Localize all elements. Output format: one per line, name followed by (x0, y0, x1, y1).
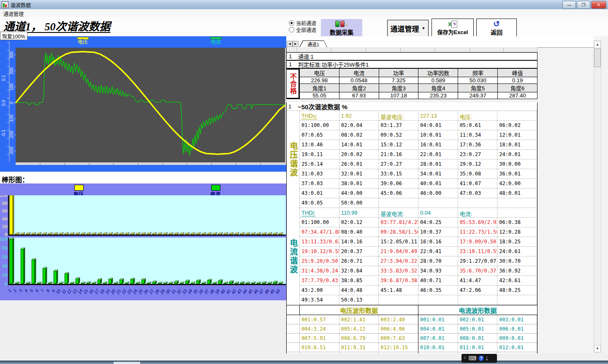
harmonic-cell: 14:0.16 (339, 237, 379, 247)
bar (81, 234, 84, 235)
harmonic-cell: 41:4.47 (458, 276, 498, 286)
harmonic-header-cell (497, 111, 537, 121)
grid-column-header (331, 47, 366, 52)
bar (163, 283, 166, 284)
tab-channel-1[interactable]: 通道1 (299, 40, 327, 47)
bar-axis-floor (8, 235, 286, 236)
harmonic-cell: 03:77.81/4.25 (379, 218, 418, 227)
ime-toolbar[interactable]: ⠿ ⌨ ? ▪▾ (461, 354, 497, 363)
bar (109, 234, 111, 235)
voltage-harmonics-block: 电压谐波 THDu:1.92基波电压:227.13电压:01:100.0002:… (287, 111, 537, 208)
bar (125, 283, 128, 284)
help-icon[interactable]: ? (478, 356, 484, 361)
bar (213, 283, 216, 284)
measurement-header-cell: 功率 (379, 69, 418, 77)
bar (279, 234, 282, 235)
chevron-down-icon: ▼ (422, 26, 426, 30)
bar (152, 282, 155, 284)
scroll-up-icon: ▲ (596, 43, 599, 46)
harmonic-cell: 46:0.35 (418, 286, 458, 295)
harmonic-cell: 41:0.07 (458, 179, 498, 189)
bar (26, 234, 29, 235)
harmonic-cell: 13:11.33/0.62 (300, 237, 339, 247)
grid-column-header (504, 47, 537, 52)
app-icon-green-bar (3, 3, 5, 7)
teal-harmonic-row: 49:3.5450:0.13 (300, 295, 537, 305)
bar (43, 234, 46, 235)
bar (240, 234, 243, 235)
channel-manage-button[interactable]: 通道管理 ▼ (387, 20, 429, 37)
minimize-button[interactable]: — (562, 1, 576, 9)
harmonic-cell: 30:0.00 (497, 159, 537, 169)
close-button[interactable]: ✕ (591, 1, 606, 9)
tab-next-button[interactable]: ▶ (293, 41, 299, 47)
grid-column-header (401, 47, 435, 52)
info-row-criteria: 1 判定标准:功率小于25W条件1 (286, 60, 537, 68)
harmonic-cell: 32:0.01 (339, 169, 379, 179)
bar (158, 234, 161, 235)
teal-harmonic-row: 13:11.33/0.6214:0.1615:2.05/0.1116:0.161… (300, 237, 537, 247)
measurement-header-row-2: 角度1角度2角度3角度4角度5角度6 (299, 84, 537, 92)
y-axis-label-voltage: -300 (9, 147, 14, 155)
waveform-table-corner (287, 305, 300, 315)
y-axis-label-current: 0.0 (1, 100, 6, 106)
harmonic-header-cell: 227.13 (418, 111, 458, 121)
harmonic-cell: 07:34.47/1.88 (300, 227, 339, 237)
bar (130, 234, 133, 235)
keyboard-icon[interactable]: ⌨ (469, 356, 477, 361)
bar-plot-area (9, 195, 286, 235)
back-icon: ↺ (493, 20, 500, 28)
bar (136, 234, 139, 235)
teal-harmonic-row: 07:34.47/1.8808:0.4009:28.58/1.5610:0.37… (300, 227, 537, 237)
scroll-down-icon: ▼ (596, 347, 599, 351)
channel-scope-radios: 当前通道 全部通道 (289, 19, 316, 33)
scroll-down-button[interactable]: ▼ (594, 345, 601, 352)
radio-current-channel[interactable]: 当前通道 (289, 19, 316, 26)
bar (202, 283, 205, 284)
tab-prev-button[interactable]: ◀ (287, 41, 293, 47)
radio-all-channels[interactable]: 全部通道 (289, 26, 316, 33)
taskbar-button[interactable] (113, 361, 141, 364)
restore-zoom-button[interactable]: 恢复100% (0, 32, 27, 40)
bar (37, 234, 40, 235)
harmonic-cell (418, 198, 458, 208)
bar (136, 283, 139, 284)
bar (76, 234, 79, 235)
drag-grip-icon[interactable]: ⠿ (464, 356, 467, 360)
ime-options-icon[interactable]: ▪▾ (486, 356, 488, 361)
scrollbar-thumb[interactable] (594, 49, 601, 67)
back-button[interactable]: ↺ 返回 (476, 19, 517, 38)
vertical-scrollbar[interactable]: ▲ ▼ (594, 40, 601, 353)
save-excel-button[interactable]: X ↯ 保存为Excel (432, 19, 474, 38)
data-collect-button[interactable]: ♪ 数据采集 (321, 19, 362, 38)
verdict-badge: 不合格 (288, 73, 298, 94)
y-axis-label-voltage: 200 (9, 67, 14, 74)
bar (158, 283, 161, 284)
bar (98, 234, 100, 235)
current-harmonics-block: 电流谐波 THDi:110.99基波电流:0.04电流:01:100.0002:… (287, 208, 537, 305)
taskbar[interactable] (0, 361, 608, 364)
harmonic-cell: 50:0.00 (339, 198, 379, 208)
scroll-up-button[interactable]: ▲ (594, 41, 601, 48)
bar (185, 281, 188, 284)
verdict-cell: 不合格 (287, 69, 299, 99)
bar-side-face (46, 267, 47, 284)
measurement-header-cell: 电流 (339, 69, 379, 77)
harmonic-cell: 01:100.00 (300, 218, 339, 227)
harmonic-cell: 21:9.04/0.49 (379, 247, 418, 256)
harmonic-section-title: ~50次谐波数据 % (298, 102, 347, 111)
measurement-value-cell: 249.37 (458, 92, 497, 99)
harmonic-cell: 20:0.02 (339, 150, 379, 159)
teal-harmonic-row: 43:2.0044:0.4845:1.4846:0.3547:2.0648:0.… (300, 286, 537, 295)
bar (169, 234, 172, 235)
restore-button[interactable]: ❐ (577, 1, 590, 9)
bar (152, 234, 155, 235)
grid-column-header (470, 47, 504, 52)
tab-prev-icon: ◀ (288, 42, 290, 46)
bar (235, 234, 238, 235)
harmonic-cell: 32:0.84 (339, 266, 379, 276)
bar (268, 234, 271, 235)
measurement-value-cell: 50.030 (458, 77, 497, 84)
app-icon (2, 1, 8, 8)
harmonic-cell: 30:0.70 (497, 256, 537, 266)
